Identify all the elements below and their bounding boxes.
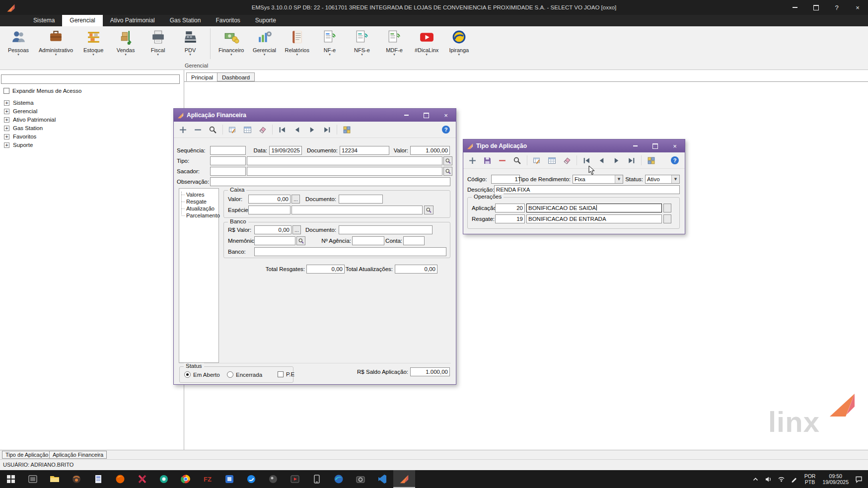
blue-app-icon[interactable]: [218, 470, 240, 488]
window-titlebar[interactable]: Tipo de Aplicação ×: [463, 139, 685, 152]
blue-circle-app-icon[interactable]: [240, 470, 262, 488]
valor-field[interactable]: 1.000,00: [410, 146, 450, 155]
caixa-valor-field[interactable]: 0,00: [248, 195, 290, 204]
help-icon[interactable]: ?: [826, 0, 847, 15]
clear-eraser-icon[interactable]: [562, 155, 572, 166]
hidden-icons-chevron-icon[interactable]: [749, 470, 762, 488]
add-record-icon[interactable]: [178, 125, 188, 135]
minimize-icon[interactable]: [396, 109, 416, 122]
chrome-icon[interactable]: [175, 470, 197, 488]
sidebar-item-favoritos[interactable]: +Favoritos: [0, 133, 184, 140]
tipo-lookup-icon[interactable]: [443, 156, 452, 165]
saldo-aplicacao-field[interactable]: 1.000,00: [410, 367, 450, 376]
delete-record-icon[interactable]: [497, 155, 507, 166]
filezilla-icon[interactable]: FZ: [197, 470, 218, 488]
menu-tab-gerencial[interactable]: Gerencial: [62, 15, 102, 26]
nav-previous-icon[interactable]: [596, 155, 607, 166]
nav-first-icon[interactable]: [277, 125, 288, 135]
encerrada-radio[interactable]: Encerrada: [227, 371, 262, 378]
volume-icon[interactable]: [762, 470, 775, 488]
radio-icon[interactable]: [184, 371, 191, 378]
chevron-down-icon[interactable]: ▼: [671, 175, 679, 183]
emsys-taskbar-icon[interactable]: [393, 470, 415, 488]
agencia-field[interactable]: [352, 236, 384, 245]
ribbon-nfse-button[interactable]: NFS-e▾: [348, 28, 376, 57]
ribbon-relatorios-button[interactable]: Relatórios▾: [282, 28, 312, 57]
tree-item-parcelamento[interactable]: Parcelamento: [179, 212, 218, 219]
mnemonico-field[interactable]: [254, 236, 295, 245]
em-aberto-radio[interactable]: Em Aberto: [184, 371, 220, 378]
firefox-icon[interactable]: [109, 470, 131, 488]
expand-icon[interactable]: +: [4, 142, 9, 148]
tree-item-atualizacao[interactable]: Atualização: [179, 205, 218, 212]
add-record-icon[interactable]: [467, 155, 478, 166]
edge-icon[interactable]: [328, 470, 350, 488]
maximize-icon[interactable]: [416, 109, 436, 122]
resgate-descricao-field[interactable]: BONIFICACAO DE ENTRADA: [526, 214, 662, 223]
expand-icon[interactable]: +: [4, 134, 9, 139]
tipo-rendimento-select[interactable]: Fixa ▼: [573, 175, 623, 184]
especie-descricao-field[interactable]: [291, 206, 423, 214]
ribbon-mdfe-button[interactable]: MDF-e▾: [380, 28, 409, 57]
descricao-field[interactable]: RENDA FIXA: [494, 185, 680, 194]
aplicacao-descricao-field[interactable]: BONIFICACAO DE SAIDA: [526, 204, 662, 212]
banco-nome-field[interactable]: [254, 247, 446, 256]
tab-principal[interactable]: Principal: [186, 72, 218, 81]
maximize-icon[interactable]: [805, 0, 826, 15]
minimize-icon[interactable]: [785, 0, 805, 15]
start-button[interactable]: [0, 470, 22, 488]
documento-field[interactable]: 12234: [340, 146, 389, 155]
ribbon-fiscal-button[interactable]: Fiscal▾: [144, 28, 172, 57]
nav-last-icon[interactable]: [626, 155, 637, 166]
window-titlebar[interactable]: Aplicação Financeira ×: [174, 109, 456, 122]
document-app-icon[interactable]: [87, 470, 109, 488]
ribbon-estoque-button[interactable]: Estoque▾: [79, 28, 108, 57]
resgate-codigo-field[interactable]: 19: [495, 214, 525, 223]
ribbon-ipiranga-button[interactable]: Ipiranga▾: [444, 28, 473, 57]
sacador-codigo-field[interactable]: [210, 167, 246, 176]
network-icon[interactable]: [775, 470, 788, 488]
search-icon[interactable]: [208, 125, 218, 135]
minimize-icon[interactable]: [625, 139, 645, 152]
radio-icon[interactable]: [227, 371, 233, 378]
menu-tab-gas-station[interactable]: Gas Station: [162, 15, 209, 26]
browser-globe-icon[interactable]: [66, 470, 87, 488]
ribbon-financeiro-button[interactable]: Financeiro▾: [216, 28, 246, 57]
ribbon-gerencial-button[interactable]: Gerencial▾: [250, 28, 279, 57]
close-icon[interactable]: ×: [847, 0, 868, 15]
pe-checkbox[interactable]: [278, 371, 284, 377]
ribbon-administrativo-button[interactable]: Administrativo▾: [36, 28, 75, 57]
ribbon-pessoas-button[interactable]: Pessoas▾: [4, 28, 33, 57]
caixa-documento-field[interactable]: [339, 195, 383, 204]
action-center-icon[interactable]: [852, 470, 865, 488]
tipo-codigo-field[interactable]: [210, 156, 246, 165]
sequencia-field[interactable]: [210, 146, 246, 155]
sidebar-item-ativo-patrimonial[interactable]: +Ativo Patrimonial: [0, 116, 184, 124]
window-button-tipo-de-aplicacao[interactable]: Tipo de Aplicação: [2, 451, 52, 459]
status-select[interactable]: Ativo ▼: [645, 175, 680, 184]
sidebar-item-gas-station[interactable]: +Gas Station: [0, 124, 184, 132]
expand-icon[interactable]: +: [4, 100, 9, 106]
menu-search-input[interactable]: [1, 74, 180, 84]
delete-record-icon[interactable]: [193, 125, 203, 135]
especie-codigo-field[interactable]: [248, 206, 290, 214]
ribbon-vendas-button[interactable]: Vendas▾: [111, 28, 140, 57]
menu-tab-sistema[interactable]: Sistema: [26, 15, 62, 26]
aplicacao-lookup-button[interactable]: [663, 204, 671, 212]
clear-eraser-icon[interactable]: [257, 125, 268, 135]
sacador-descricao-field[interactable]: [247, 167, 442, 176]
conta-field[interactable]: [403, 236, 425, 245]
banco-valor-ellipsis-button[interactable]: ...: [292, 225, 301, 234]
expand-menus-row[interactable]: Expandir Menus de Acesso: [3, 88, 81, 94]
banco-documento-field[interactable]: [339, 225, 433, 234]
phone-app-icon[interactable]: [306, 470, 328, 488]
tree-item-valores[interactable]: Valores: [179, 191, 218, 198]
help-icon[interactable]: ?: [442, 126, 450, 134]
browse-grid-icon[interactable]: [646, 155, 656, 166]
resgate-lookup-button[interactable]: [663, 214, 671, 223]
camera-app-icon[interactable]: [350, 470, 371, 488]
sacador-lookup-icon[interactable]: [443, 167, 452, 176]
sidebar-item-suporte[interactable]: +Suporte: [0, 141, 184, 149]
edit-grid-icon[interactable]: [227, 125, 238, 135]
observacao-field[interactable]: [210, 177, 450, 186]
